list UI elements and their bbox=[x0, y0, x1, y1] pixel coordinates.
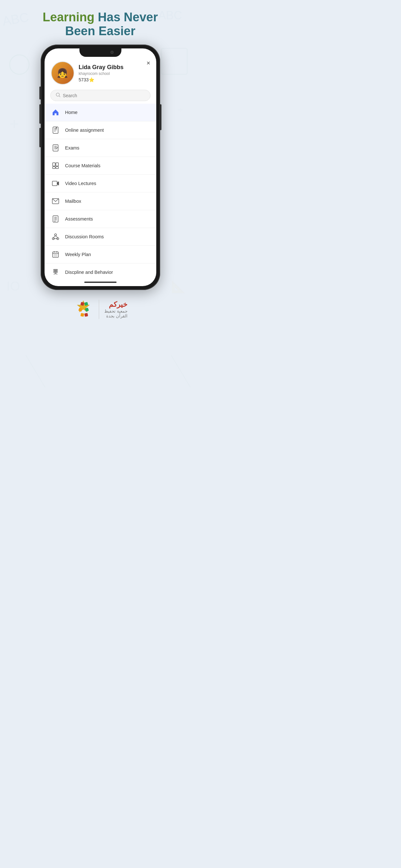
svg-line-58 bbox=[54, 274, 54, 275]
logo-arabic-sub1: جمعية تحفيظ bbox=[104, 309, 127, 314]
menu-item-discussion-rooms[interactable]: Discussion Rooms bbox=[44, 228, 156, 246]
home-icon bbox=[51, 108, 60, 117]
search-input[interactable] bbox=[63, 93, 145, 98]
svg-line-37 bbox=[56, 236, 58, 238]
school-name: khayrocom school bbox=[79, 71, 124, 76]
discipline-icon bbox=[51, 268, 60, 275]
menu-label-weekly-plan: Weekly Plan bbox=[65, 252, 91, 257]
menu-label-course-materials: Course Materials bbox=[65, 163, 101, 168]
svg-line-11 bbox=[59, 96, 60, 97]
search-icon bbox=[56, 93, 60, 98]
side-button-power bbox=[160, 104, 161, 130]
menu-item-video-lectures[interactable]: Video Lectures bbox=[44, 175, 156, 192]
svg-line-9 bbox=[171, 355, 190, 388]
svg-rect-23 bbox=[53, 166, 55, 168]
svg-rect-67 bbox=[84, 313, 88, 317]
svg-line-59 bbox=[57, 274, 58, 275]
logo-arabic-main: خيركم bbox=[104, 300, 127, 309]
svg-line-36 bbox=[53, 236, 56, 238]
home-indicator bbox=[84, 282, 117, 283]
assignment-icon bbox=[51, 126, 60, 135]
user-points: 5733⭐ bbox=[79, 77, 124, 82]
menu-item-discipline-behavior[interactable]: Discpline and Behavior bbox=[44, 264, 156, 275]
side-button-vol-down bbox=[39, 128, 41, 147]
menu-label-discipline-behavior: Discpline and Behavior bbox=[65, 270, 113, 275]
exams-icon bbox=[51, 144, 60, 152]
avatar: 👧 bbox=[51, 61, 74, 85]
menu-label-discussion-rooms: Discussion Rooms bbox=[65, 234, 104, 239]
menu-list: Home Online a bbox=[44, 104, 156, 275]
menu-item-exams[interactable]: Exams bbox=[44, 139, 156, 157]
menu-item-assessments[interactable]: Assessments bbox=[44, 210, 156, 228]
menu-label-assessments: Assessments bbox=[65, 216, 93, 221]
menu-label-video-lectures: Video Lectures bbox=[65, 181, 96, 186]
menu-item-mailbox[interactable]: Mailbox bbox=[44, 192, 156, 210]
logo-divider bbox=[99, 300, 99, 319]
menu-item-weekly-plan[interactable]: Weekly Plan bbox=[44, 246, 156, 264]
menu-item-course-materials[interactable]: Course Materials bbox=[44, 157, 156, 175]
menu-label-mailbox: Mailbox bbox=[65, 198, 81, 204]
discussion-rooms-icon bbox=[51, 232, 60, 241]
close-button[interactable]: × bbox=[147, 59, 150, 67]
menu-label-home: Home bbox=[65, 110, 78, 115]
svg-rect-24 bbox=[56, 166, 58, 168]
phone-screen: × 👧 Lida Gray Gibbs khayrocom school 573… bbox=[44, 49, 156, 286]
side-button-mute bbox=[39, 87, 41, 99]
screen-content: × 👧 Lida Gray Gibbs khayrocom school 573… bbox=[44, 49, 156, 286]
logo-text: خيركم جمعية تحفيظ القرآن بجدة bbox=[104, 300, 127, 318]
menu-item-home[interactable]: Home bbox=[44, 104, 156, 121]
heading-green: Learning bbox=[42, 10, 94, 24]
video-lectures-icon bbox=[51, 179, 60, 188]
menu-item-online-assignment[interactable]: Online assignment bbox=[44, 121, 156, 139]
svg-rect-66 bbox=[81, 313, 84, 317]
svg-rect-16 bbox=[56, 127, 57, 128]
mailbox-icon bbox=[51, 197, 60, 206]
weekly-plan-icon bbox=[51, 250, 60, 259]
user-profile: 👧 Lida Gray Gibbs khayrocom school 5733⭐ bbox=[44, 59, 156, 90]
menu-label-online-assignment: Online assignment bbox=[65, 128, 104, 133]
phone-mockup: × 👧 Lida Gray Gibbs khayrocom school 573… bbox=[0, 44, 201, 290]
logo-arabic-sub2: القرآن بجدة bbox=[104, 314, 127, 318]
svg-point-51 bbox=[55, 269, 56, 271]
logo-star-icon bbox=[73, 299, 94, 320]
front-camera bbox=[111, 51, 114, 54]
footer-logo: خيركم جمعية تحفيظ القرآن بجدة bbox=[0, 290, 201, 326]
svg-rect-21 bbox=[53, 163, 55, 166]
phone-notch bbox=[80, 49, 121, 57]
course-materials-icon bbox=[51, 161, 60, 170]
avatar-image: 👧 bbox=[52, 62, 73, 84]
svg-rect-22 bbox=[56, 163, 58, 166]
svg-point-33 bbox=[55, 234, 57, 236]
search-bar[interactable] bbox=[50, 90, 150, 101]
user-info: Lida Gray Gibbs khayrocom school 5733⭐ bbox=[79, 64, 124, 82]
svg-point-54 bbox=[55, 271, 56, 273]
page-heading: Learning Has NeverBeen Easier bbox=[0, 0, 201, 43]
svg-line-8 bbox=[26, 355, 45, 388]
assessments-icon bbox=[51, 214, 60, 223]
side-button-vol-up bbox=[39, 104, 41, 124]
svg-rect-25 bbox=[52, 181, 57, 186]
user-name: Lida Gray Gibbs bbox=[79, 64, 124, 71]
svg-rect-12 bbox=[53, 127, 58, 133]
menu-label-exams: Exams bbox=[65, 145, 80, 151]
phone-body: × 👧 Lida Gray Gibbs khayrocom school 573… bbox=[41, 44, 160, 290]
